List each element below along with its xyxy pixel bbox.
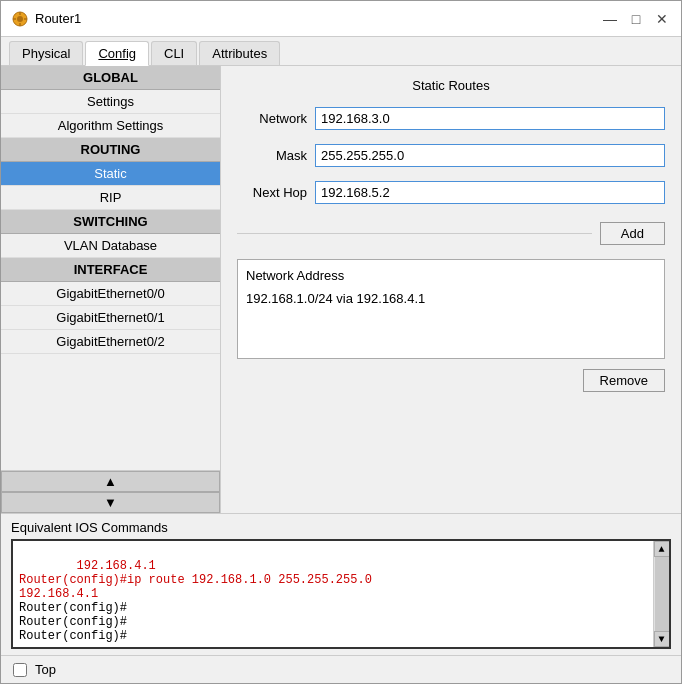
- network-address-title: Network Address: [246, 268, 656, 283]
- ios-text: 192.168.4.1 Router(config)#ip route 192.…: [13, 541, 653, 647]
- ios-scroll-track: [655, 557, 669, 631]
- add-button[interactable]: Add: [600, 222, 665, 245]
- mask-label: Mask: [237, 148, 307, 163]
- scroll-up-arrow[interactable]: ▲: [1, 471, 220, 492]
- router-icon: [11, 10, 29, 28]
- sidebar-item-static[interactable]: Static: [1, 162, 220, 186]
- sidebar-header-global: GLOBAL: [1, 66, 220, 90]
- tab-config[interactable]: Config: [85, 41, 149, 66]
- network-row: Network: [237, 107, 665, 130]
- top-checkbox[interactable]: [13, 663, 27, 677]
- ios-line-4: Router(config)# Router(config)# Router(c…: [19, 601, 127, 643]
- network-address-box: Network Address 192.168.1.0/24 via 192.1…: [237, 259, 665, 359]
- ios-section: Equivalent IOS Commands 192.168.4.1 Rout…: [1, 513, 681, 655]
- mask-input[interactable]: [315, 144, 665, 167]
- sidebar-header-interface: INTERFACE: [1, 258, 220, 282]
- next-hop-label: Next Hop: [237, 185, 307, 200]
- footer-bar: Top: [1, 655, 681, 683]
- add-row: Add: [237, 222, 665, 245]
- remove-button[interactable]: Remove: [583, 369, 665, 392]
- minimize-button[interactable]: —: [601, 10, 619, 28]
- ios-label: Equivalent IOS Commands: [11, 520, 671, 535]
- sidebar-inner: GLOBAL Settings Algorithm Settings ROUTI…: [1, 66, 220, 470]
- top-label: Top: [35, 662, 56, 677]
- network-address-entry[interactable]: 192.168.1.0/24 via 192.168.4.1: [246, 289, 656, 308]
- sidebar-item-gigabit1[interactable]: GigabitEthernet0/1: [1, 306, 220, 330]
- ios-scrollbar: ▲ ▼: [653, 541, 669, 647]
- main-window: Router1 — □ ✕ Physical Config CLI Attrib…: [0, 0, 682, 684]
- sidebar-item-gigabit0[interactable]: GigabitEthernet0/0: [1, 282, 220, 306]
- ios-line-1: 192.168.4.1 Router(config)#ip route 192.…: [19, 559, 372, 601]
- sidebar-item-gigabit2[interactable]: GigabitEthernet0/2: [1, 330, 220, 354]
- next-hop-row: Next Hop: [237, 181, 665, 204]
- ios-commands-box: 192.168.4.1 Router(config)#ip route 192.…: [11, 539, 671, 649]
- sidebar-item-vlan-database[interactable]: VLAN Database: [1, 234, 220, 258]
- sidebar: GLOBAL Settings Algorithm Settings ROUTI…: [1, 66, 221, 513]
- title-bar-controls: — □ ✕: [601, 10, 671, 28]
- maximize-button[interactable]: □: [627, 10, 645, 28]
- network-input[interactable]: [315, 107, 665, 130]
- mask-row: Mask: [237, 144, 665, 167]
- svg-point-1: [17, 16, 23, 22]
- content-area: GLOBAL Settings Algorithm Settings ROUTI…: [1, 66, 681, 513]
- title-bar: Router1 — □ ✕: [1, 1, 681, 37]
- sidebar-item-rip[interactable]: RIP: [1, 186, 220, 210]
- ios-scroll-down[interactable]: ▼: [654, 631, 670, 647]
- remove-btn-row: Remove: [237, 369, 665, 392]
- static-routes-label: Static Routes: [237, 78, 665, 93]
- tabs-bar: Physical Config CLI Attributes: [1, 37, 681, 66]
- tab-attributes[interactable]: Attributes: [199, 41, 280, 65]
- sidebar-header-switching: SWITCHING: [1, 210, 220, 234]
- sidebar-header-routing: ROUTING: [1, 138, 220, 162]
- tab-cli[interactable]: CLI: [151, 41, 197, 65]
- network-label: Network: [237, 111, 307, 126]
- sidebar-scrollbar: ▲ ▼: [1, 470, 220, 513]
- next-hop-input[interactable]: [315, 181, 665, 204]
- main-panel: Static Routes Network Mask Next Hop Add: [221, 66, 681, 513]
- sidebar-scroll: GLOBAL Settings Algorithm Settings ROUTI…: [1, 66, 220, 354]
- ios-scroll-up[interactable]: ▲: [654, 541, 670, 557]
- window-title: Router1: [35, 11, 81, 26]
- title-bar-left: Router1: [11, 10, 81, 28]
- divider-line: [237, 233, 592, 234]
- sidebar-item-settings[interactable]: Settings: [1, 90, 220, 114]
- scroll-down-arrow[interactable]: ▼: [1, 492, 220, 513]
- sidebar-item-algorithm-settings[interactable]: Algorithm Settings: [1, 114, 220, 138]
- tab-physical[interactable]: Physical: [9, 41, 83, 65]
- close-button[interactable]: ✕: [653, 10, 671, 28]
